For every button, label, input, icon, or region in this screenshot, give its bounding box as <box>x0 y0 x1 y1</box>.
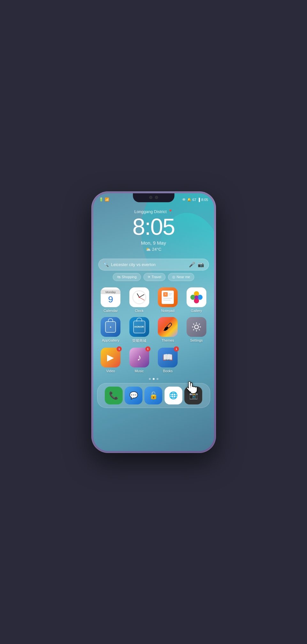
calendar-label: Calendar <box>104 309 118 313</box>
quick-links: 🛍 Shopping ✈ Travel ◎ Near me <box>98 273 209 281</box>
dock-sms[interactable]: 💬 <box>125 387 142 404</box>
travel-icon: ✈ <box>148 275 150 279</box>
search-input[interactable]: Leicester city vs everton <box>111 262 186 267</box>
appgallery-icon: ▲ <box>101 317 120 337</box>
lockscreen-date: Mon, 9 May <box>93 240 214 246</box>
location-display: Longgang District 📍 <box>93 209 214 214</box>
search-icon: 🔍 <box>103 262 109 267</box>
dot-3 <box>157 378 158 380</box>
gallery-icon <box>187 287 206 307</box>
video-label: Video <box>106 369 115 373</box>
page-indicator <box>93 378 214 380</box>
travel-label: Travel <box>152 275 161 279</box>
app-books[interactable]: 📖 1 Books <box>155 348 181 373</box>
app-clock[interactable]: Clock <box>126 287 152 313</box>
books-badge: 1 <box>174 346 179 352</box>
app-grid-row1: Monday 9 Calendar Clock <box>93 283 214 313</box>
phone-frame: 🔋 📶 👁 🔔 67 ▐ 8:05 Longgang District 📍 8:… <box>91 191 216 453</box>
second-hand <box>139 297 145 300</box>
calendar-date-number: 9 <box>108 294 113 305</box>
honor-icon: HONOR <box>129 317 149 337</box>
phone-screen: 🔋 📶 👁 🔔 67 ▐ 8:05 Longgang District 📍 8:… <box>93 193 214 451</box>
wifi-icon: 📶 <box>105 197 109 202</box>
eye-icon: 👁 <box>182 197 186 202</box>
status-left: 🔋 📶 <box>99 197 109 202</box>
app-calendar[interactable]: Monday 9 Calendar <box>98 287 124 313</box>
app-gallery[interactable]: Gallery <box>183 287 210 313</box>
quick-link-nearby[interactable]: ◎ Near me <box>168 273 194 281</box>
app-themes[interactable]: 🖌 Themes <box>155 317 181 343</box>
dock-lock[interactable]: 🔓 <box>144 387 162 404</box>
shopping-icon: 🛍 <box>117 275 120 279</box>
weather-display: ⛅ 24°C <box>93 247 214 252</box>
battery-bar: ▐ <box>197 198 200 202</box>
svg-point-4 <box>195 295 198 299</box>
app-grid-row2: ▲ AppGallery HONOR 荣耀商城 🖌 <box>93 313 214 343</box>
dock-phone[interactable]: 📞 <box>105 387 123 404</box>
front-camera <box>149 196 152 199</box>
quick-link-shopping[interactable]: 🛍 Shopping <box>113 273 141 281</box>
weather-icon: ⛅ <box>146 247 151 252</box>
video-badge: 1 <box>117 346 122 352</box>
gallery-label: Gallery <box>191 309 202 313</box>
music-badge: 1 <box>145 346 150 352</box>
app-grid-row3: ▶ 1 Video ♪ 1 Music <box>93 343 214 373</box>
clock-icon <box>129 287 149 307</box>
lockscreen-info: Longgang District 📍 8:05 Mon, 9 May ⛅ 24… <box>93 204 214 254</box>
app-settings[interactable]: Settings <box>183 317 210 343</box>
quick-link-travel[interactable]: ✈ Travel <box>143 273 165 281</box>
calendar-day-label: Monday <box>101 290 120 294</box>
dock-camera[interactable]: 📸 <box>184 387 202 404</box>
music-label: Music <box>134 369 144 373</box>
nearby-label: Near me <box>177 275 190 279</box>
themes-label: Themes <box>161 338 174 342</box>
lockscreen-time: 8:05 <box>93 215 214 238</box>
microphone-icon[interactable]: 🎤 <box>189 262 195 268</box>
svg-line-11 <box>199 329 200 330</box>
shopping-label: Shopping <box>122 275 137 279</box>
svg-line-13 <box>193 329 194 330</box>
notch-cameras <box>149 196 158 199</box>
battery-level: 67 <box>192 198 196 202</box>
appgallery-label: AppGallery <box>102 338 119 342</box>
location-pin-icon: 📍 <box>168 209 173 214</box>
svg-point-5 <box>195 325 198 329</box>
settings-label: Settings <box>190 338 203 342</box>
battery-icon: 🔋 <box>99 197 104 202</box>
nearby-icon: ◎ <box>172 275 175 279</box>
clock-face <box>132 290 146 304</box>
clock-time: 8:05 <box>201 198 208 202</box>
location-text: Longgang District <box>134 209 166 214</box>
clock-label: Clock <box>135 309 144 313</box>
clock-center-dot <box>139 297 140 298</box>
empty-slot <box>183 348 210 373</box>
temperature-text: 24°C <box>152 247 161 252</box>
svg-line-12 <box>199 323 200 324</box>
app-dock: 📞 💬 🔓 🌐 📸 <box>97 383 210 408</box>
camera-search-icon[interactable]: 📷 <box>198 262 204 268</box>
app-music[interactable]: ♪ 1 Music <box>126 348 152 373</box>
dock-browser[interactable]: 🌐 <box>165 387 182 404</box>
app-honor[interactable]: HONOR 荣耀商城 <box>126 317 152 343</box>
sensors <box>155 196 158 199</box>
dot-2 <box>153 378 155 380</box>
search-bar[interactable]: 🔍 Leicester city vs everton 🎤 📷 <box>98 259 209 270</box>
app-appgallery[interactable]: ▲ AppGallery <box>98 317 124 343</box>
app-notepad[interactable]: ≡ Notepad <box>155 287 181 313</box>
honor-label: 荣耀商城 <box>132 338 146 343</box>
svg-line-10 <box>193 323 194 324</box>
dot-1 <box>149 378 151 380</box>
notepad-label: Notepad <box>161 309 174 313</box>
books-label: Books <box>163 369 173 373</box>
notch <box>133 193 174 202</box>
alarm-icon: 🔔 <box>187 198 191 201</box>
themes-icon: 🖌 <box>158 317 178 337</box>
status-right: 👁 🔔 67 ▐ 8:05 <box>182 197 208 202</box>
app-video[interactable]: ▶ 1 Video <box>98 348 124 373</box>
notepad-icon: ≡ <box>158 287 178 307</box>
settings-icon <box>187 317 206 337</box>
calendar-icon: Monday 9 <box>101 287 120 307</box>
